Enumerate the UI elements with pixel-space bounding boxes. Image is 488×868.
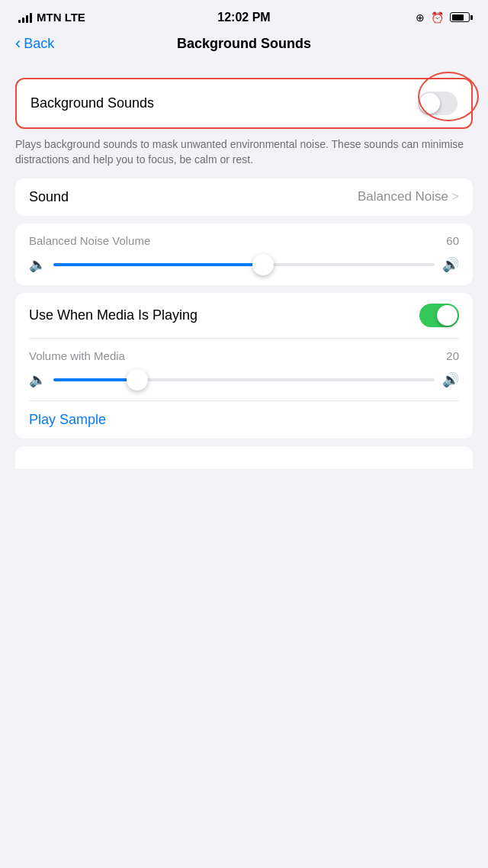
- status-bar: MTN LTE 12:02 PM ⊕ ⏰: [0, 0, 488, 30]
- signal-icon: [18, 12, 32, 23]
- media-slider-fill: [53, 378, 137, 381]
- volume-with-media-label: Volume with Media: [29, 349, 125, 362]
- media-toggle[interactable]: [419, 304, 459, 327]
- speaker-high-icon-2: 🔊: [442, 371, 459, 388]
- volume-with-media-section: Volume with Media 20 🔈 🔊: [15, 339, 473, 400]
- play-sample-button[interactable]: Play Sample: [29, 412, 106, 427]
- media-slider-thumb[interactable]: [127, 369, 148, 391]
- balanced-noise-slider[interactable]: [53, 263, 435, 266]
- battery-icon: [450, 12, 470, 22]
- sound-row[interactable]: Sound Balanced Noise >: [15, 178, 473, 216]
- speaker-high-icon: 🔊: [442, 256, 459, 273]
- status-time: 12:02 PM: [217, 11, 270, 24]
- volume-label-row: Balanced Noise Volume 60: [29, 234, 459, 247]
- volume-with-media-label-row: Volume with Media 20: [29, 349, 459, 362]
- alarm-icon: ⏰: [431, 11, 444, 24]
- back-label: Back: [24, 36, 54, 52]
- sound-row-value: Balanced Noise >: [358, 189, 459, 204]
- back-chevron-icon: ‹: [15, 35, 21, 52]
- balanced-noise-volume-card: Balanced Noise Volume 60 🔈 🔊: [15, 223, 473, 285]
- sound-chevron-icon: >: [451, 189, 459, 204]
- speaker-low-icon: 🔈: [29, 256, 46, 273]
- nav-header: ‹ Back Background Sounds: [0, 30, 488, 64]
- content-area: Background Sounds Plays background sound…: [0, 64, 488, 475]
- status-icons: ⊕ ⏰: [416, 11, 470, 24]
- background-sounds-toggle-row: Background Sounds: [15, 78, 473, 129]
- page-title: Background Sounds: [177, 36, 311, 52]
- speaker-low-icon-2: 🔈: [29, 371, 46, 388]
- media-toggle-row: Use When Media Is Playing: [15, 293, 473, 338]
- toggle-knob: [419, 93, 440, 114]
- balanced-noise-value: 60: [446, 234, 459, 247]
- description-text: Plays background sounds to mask unwanted…: [15, 137, 473, 168]
- location-icon: ⊕: [416, 11, 425, 24]
- sound-row-label: Sound: [29, 189, 69, 205]
- background-sounds-toggle[interactable]: [418, 92, 458, 115]
- background-sounds-label: Background Sounds: [30, 95, 154, 111]
- sound-value-text: Balanced Noise: [358, 189, 448, 204]
- media-card: Use When Media Is Playing Volume with Me…: [15, 293, 473, 439]
- volume-with-media-value: 20: [446, 349, 459, 362]
- back-button[interactable]: ‹ Back: [15, 36, 54, 52]
- balanced-noise-slider-row: 🔈 🔊: [29, 256, 459, 273]
- sound-card: Sound Balanced Noise >: [15, 178, 473, 216]
- play-sample-row: Play Sample: [15, 401, 473, 439]
- slider-fill: [53, 263, 263, 266]
- media-toggle-label: Use When Media Is Playing: [29, 307, 197, 323]
- slider-thumb[interactable]: [252, 254, 274, 275]
- balanced-noise-label: Balanced Noise Volume: [29, 234, 150, 247]
- carrier-label: MTN LTE: [37, 11, 85, 24]
- bottom-card-partial: [15, 446, 473, 469]
- carrier-info: MTN LTE: [18, 11, 85, 24]
- media-toggle-knob: [437, 305, 458, 326]
- volume-with-media-slider[interactable]: [53, 378, 435, 381]
- volume-with-media-slider-row: 🔈 🔊: [29, 371, 459, 388]
